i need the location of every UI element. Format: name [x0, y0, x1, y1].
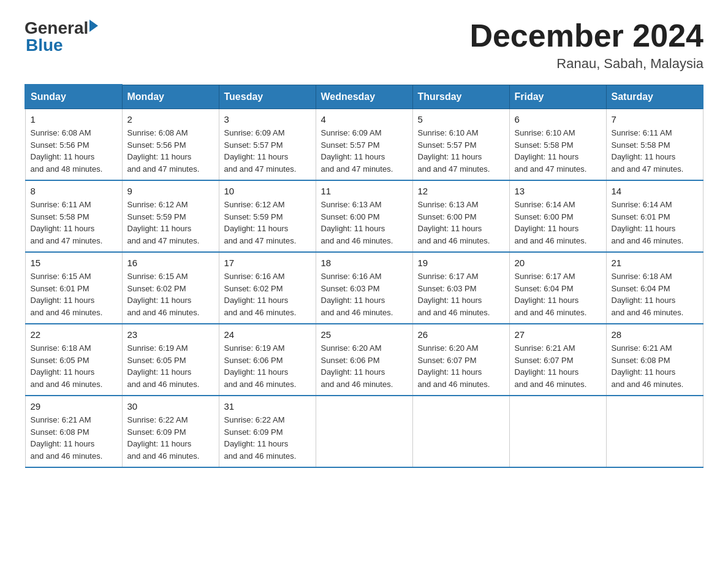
day-info: Sunrise: 6:17 AMSunset: 6:03 PMDaylight:… [418, 270, 504, 318]
day-info: Sunrise: 6:16 AMSunset: 6:03 PMDaylight:… [321, 270, 408, 318]
calendar-day-cell: 19Sunrise: 6:17 AMSunset: 6:03 PMDayligh… [412, 252, 509, 324]
day-number: 8 [31, 186, 117, 196]
day-info: Sunrise: 6:21 AMSunset: 6:08 PMDaylight:… [31, 414, 117, 462]
day-info: Sunrise: 6:15 AMSunset: 6:02 PMDaylight:… [127, 270, 214, 318]
day-number: 3 [224, 114, 311, 124]
logo-arrow-icon [89, 20, 98, 32]
day-info: Sunrise: 6:13 AMSunset: 6:00 PMDaylight:… [418, 199, 504, 247]
day-info: Sunrise: 6:08 AMSunset: 5:56 PMDaylight:… [127, 127, 214, 175]
day-number: 15 [31, 258, 117, 268]
header-sunday: Sunday [25, 85, 122, 109]
day-info: Sunrise: 6:11 AMSunset: 5:58 PMDaylight:… [612, 127, 698, 175]
calendar-day-cell: 11Sunrise: 6:13 AMSunset: 6:00 PMDayligh… [316, 180, 412, 252]
day-info: Sunrise: 6:10 AMSunset: 5:57 PMDaylight:… [418, 127, 504, 175]
day-number: 19 [418, 258, 504, 268]
calendar-week-row: 29Sunrise: 6:21 AMSunset: 6:08 PMDayligh… [25, 396, 703, 467]
calendar-week-row: 1Sunrise: 6:08 AMSunset: 5:56 PMDaylight… [25, 109, 703, 181]
calendar-day-cell: 8Sunrise: 6:11 AMSunset: 5:58 PMDaylight… [25, 180, 122, 252]
day-info: Sunrise: 6:09 AMSunset: 5:57 PMDaylight:… [321, 127, 408, 175]
calendar-day-cell [412, 396, 509, 467]
header-saturday: Saturday [606, 85, 703, 109]
logo: General Blue [25, 18, 98, 55]
day-number: 27 [515, 329, 601, 340]
day-number: 9 [127, 186, 214, 196]
day-number: 24 [224, 329, 311, 340]
day-info: Sunrise: 6:21 AMSunset: 6:07 PMDaylight:… [515, 342, 601, 390]
calendar-day-cell: 30Sunrise: 6:22 AMSunset: 6:09 PMDayligh… [122, 396, 219, 467]
day-number: 18 [321, 258, 408, 268]
month-year-title: December 2024 [469, 18, 703, 53]
calendar-day-cell: 29Sunrise: 6:21 AMSunset: 6:08 PMDayligh… [25, 396, 122, 467]
calendar-day-cell: 27Sunrise: 6:21 AMSunset: 6:07 PMDayligh… [509, 324, 606, 396]
day-number: 5 [418, 114, 504, 124]
day-info: Sunrise: 6:22 AMSunset: 6:09 PMDaylight:… [224, 414, 311, 462]
day-info: Sunrise: 6:20 AMSunset: 6:06 PMDaylight:… [321, 342, 408, 390]
calendar-day-cell: 26Sunrise: 6:20 AMSunset: 6:07 PMDayligh… [412, 324, 509, 396]
day-number: 29 [31, 401, 117, 412]
day-number: 12 [418, 186, 504, 196]
day-number: 26 [418, 329, 504, 340]
day-info: Sunrise: 6:14 AMSunset: 6:00 PMDaylight:… [515, 199, 601, 247]
day-number: 10 [224, 186, 311, 196]
calendar-day-cell: 23Sunrise: 6:19 AMSunset: 6:05 PMDayligh… [122, 324, 219, 396]
calendar-day-cell: 7Sunrise: 6:11 AMSunset: 5:58 PMDaylight… [606, 109, 703, 181]
day-number: 14 [612, 186, 698, 196]
day-number: 28 [612, 329, 698, 340]
calendar-day-cell: 21Sunrise: 6:18 AMSunset: 6:04 PMDayligh… [606, 252, 703, 324]
calendar-day-cell: 16Sunrise: 6:15 AMSunset: 6:02 PMDayligh… [122, 252, 219, 324]
location-subtitle: Ranau, Sabah, Malaysia [469, 56, 703, 72]
day-info: Sunrise: 6:14 AMSunset: 6:01 PMDaylight:… [612, 199, 698, 247]
calendar-week-row: 22Sunrise: 6:18 AMSunset: 6:05 PMDayligh… [25, 324, 703, 396]
calendar-day-cell: 25Sunrise: 6:20 AMSunset: 6:06 PMDayligh… [316, 324, 412, 396]
calendar-day-cell: 4Sunrise: 6:09 AMSunset: 5:57 PMDaylight… [316, 109, 412, 181]
day-number: 7 [612, 114, 698, 124]
day-number: 6 [515, 114, 601, 124]
day-info: Sunrise: 6:18 AMSunset: 6:05 PMDaylight:… [31, 342, 117, 390]
day-number: 22 [31, 329, 117, 340]
header-friday: Friday [509, 85, 606, 109]
day-number: 20 [515, 258, 601, 268]
calendar-day-cell: 12Sunrise: 6:13 AMSunset: 6:00 PMDayligh… [412, 180, 509, 252]
calendar-day-cell: 6Sunrise: 6:10 AMSunset: 5:58 PMDaylight… [509, 109, 606, 181]
day-info: Sunrise: 6:19 AMSunset: 6:05 PMDaylight:… [127, 342, 214, 390]
day-number: 25 [321, 329, 408, 340]
day-info: Sunrise: 6:15 AMSunset: 6:01 PMDaylight:… [31, 270, 117, 318]
calendar-day-cell: 9Sunrise: 6:12 AMSunset: 5:59 PMDaylight… [122, 180, 219, 252]
day-number: 2 [127, 114, 214, 124]
calendar-day-cell: 28Sunrise: 6:21 AMSunset: 6:08 PMDayligh… [606, 324, 703, 396]
day-number: 30 [127, 401, 214, 412]
day-number: 1 [31, 114, 117, 124]
day-info: Sunrise: 6:22 AMSunset: 6:09 PMDaylight:… [127, 414, 214, 462]
calendar-day-cell [606, 396, 703, 467]
day-number: 23 [127, 329, 214, 340]
calendar-day-cell: 24Sunrise: 6:19 AMSunset: 6:06 PMDayligh… [219, 324, 316, 396]
day-info: Sunrise: 6:12 AMSunset: 5:59 PMDaylight:… [224, 199, 311, 247]
day-info: Sunrise: 6:19 AMSunset: 6:06 PMDaylight:… [224, 342, 311, 390]
day-number: 11 [321, 186, 408, 196]
calendar-day-cell: 22Sunrise: 6:18 AMSunset: 6:05 PMDayligh… [25, 324, 122, 396]
header-wednesday: Wednesday [316, 85, 412, 109]
day-info: Sunrise: 6:18 AMSunset: 6:04 PMDaylight:… [612, 270, 698, 318]
page-header: General Blue December 2024 Ranau, Sabah,… [25, 18, 703, 72]
day-info: Sunrise: 6:20 AMSunset: 6:07 PMDaylight:… [418, 342, 504, 390]
calendar-title-section: December 2024 Ranau, Sabah, Malaysia [469, 18, 703, 72]
calendar-day-cell: 31Sunrise: 6:22 AMSunset: 6:09 PMDayligh… [219, 396, 316, 467]
day-info: Sunrise: 6:11 AMSunset: 5:58 PMDaylight:… [31, 199, 117, 247]
header-tuesday: Tuesday [219, 85, 316, 109]
calendar-day-cell: 5Sunrise: 6:10 AMSunset: 5:57 PMDaylight… [412, 109, 509, 181]
calendar-table: Sunday Monday Tuesday Wednesday Thursday… [25, 84, 703, 468]
header-thursday: Thursday [412, 85, 509, 109]
day-number: 4 [321, 114, 408, 124]
calendar-day-cell: 2Sunrise: 6:08 AMSunset: 5:56 PMDaylight… [122, 109, 219, 181]
calendar-day-cell: 1Sunrise: 6:08 AMSunset: 5:56 PMDaylight… [25, 109, 122, 181]
calendar-day-cell: 3Sunrise: 6:09 AMSunset: 5:57 PMDaylight… [219, 109, 316, 181]
calendar-week-row: 8Sunrise: 6:11 AMSunset: 5:58 PMDaylight… [25, 180, 703, 252]
calendar-day-cell [316, 396, 412, 467]
logo-blue-text: Blue [26, 36, 98, 55]
day-info: Sunrise: 6:08 AMSunset: 5:56 PMDaylight:… [31, 127, 117, 175]
day-info: Sunrise: 6:17 AMSunset: 6:04 PMDaylight:… [515, 270, 601, 318]
calendar-day-cell: 20Sunrise: 6:17 AMSunset: 6:04 PMDayligh… [509, 252, 606, 324]
calendar-day-cell: 17Sunrise: 6:16 AMSunset: 6:02 PMDayligh… [219, 252, 316, 324]
day-info: Sunrise: 6:21 AMSunset: 6:08 PMDaylight:… [612, 342, 698, 390]
calendar-week-row: 15Sunrise: 6:15 AMSunset: 6:01 PMDayligh… [25, 252, 703, 324]
